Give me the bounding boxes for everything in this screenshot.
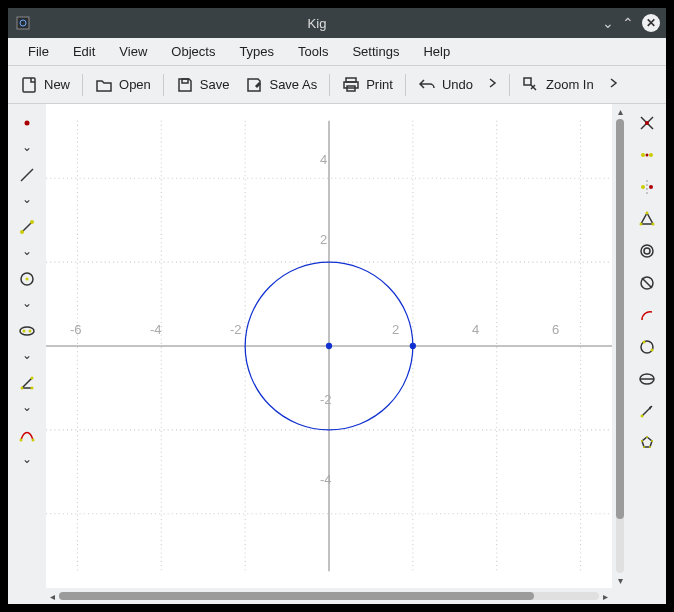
scroll-left-arrow[interactable]: ◂ [46, 591, 59, 602]
drawing-canvas[interactable]: -6 -4 -2 2 4 6 4 2 -2 -4 [46, 104, 612, 588]
tool-line-more[interactable]: ⌄ [22, 192, 32, 206]
canvas-svg [46, 104, 612, 588]
menu-objects[interactable]: Objects [161, 40, 225, 63]
print-button[interactable]: Print [334, 72, 401, 98]
tool-angle-more[interactable]: ⌄ [22, 400, 32, 414]
svg-point-21 [20, 439, 23, 442]
save-label: Save [200, 77, 230, 92]
canvas-area: -6 -4 -2 2 4 6 4 2 -2 -4 ▴ ▾ ◂ [46, 104, 628, 604]
titlebar[interactable]: Kig ⌄ ⌃ ✕ [8, 8, 666, 38]
svg-point-47 [641, 245, 653, 257]
svg-point-57 [641, 415, 644, 418]
close-button[interactable]: ✕ [642, 14, 660, 32]
center-point[interactable] [326, 343, 332, 349]
tool-midpoint[interactable] [632, 142, 662, 168]
svg-point-40 [646, 154, 649, 157]
tool-hcircle[interactable] [632, 366, 662, 392]
separator [163, 74, 164, 96]
svg-rect-7 [524, 78, 531, 85]
open-button[interactable]: Open [87, 72, 159, 98]
xtick-n6: -6 [70, 322, 82, 337]
tool-polygon[interactable] [632, 430, 662, 456]
new-button[interactable]: New [12, 72, 78, 98]
tool-bezier-more[interactable]: ⌄ [22, 452, 32, 466]
save-as-label: Save As [269, 77, 317, 92]
tool-intersect[interactable] [632, 110, 662, 136]
tool-segment[interactable] [12, 214, 42, 240]
menu-edit[interactable]: Edit [63, 40, 105, 63]
toolbar-more-1[interactable] [481, 73, 505, 96]
folder-open-icon [95, 76, 113, 94]
tool-vector[interactable] [632, 398, 662, 424]
undo-icon [418, 76, 436, 94]
minimize-button[interactable]: ⌄ [602, 15, 614, 31]
tool-segment-more[interactable]: ⌄ [22, 244, 32, 258]
svg-point-18 [21, 387, 24, 390]
vscroll-thumb[interactable] [616, 119, 624, 519]
tool-triangle[interactable] [632, 206, 662, 232]
svg-point-16 [23, 330, 26, 333]
save-icon [176, 76, 194, 94]
menu-settings[interactable]: Settings [342, 40, 409, 63]
tool-point[interactable] [12, 110, 42, 136]
svg-point-12 [30, 220, 34, 224]
svg-point-59 [651, 440, 653, 442]
tool-circle-points[interactable] [632, 334, 662, 360]
menu-file[interactable]: File [18, 40, 59, 63]
menu-help[interactable]: Help [413, 40, 460, 63]
zoom-in-label: Zoom In [546, 77, 594, 92]
tool-line[interactable] [12, 162, 42, 188]
tool-mirror-point[interactable] [632, 174, 662, 200]
left-toolbar: ⌄ ⌄ ⌄ ⌄ ⌄ ⌄ ⌄ [8, 104, 46, 604]
svg-rect-0 [17, 17, 29, 29]
hscroll-track[interactable] [59, 592, 599, 600]
tool-circle[interactable] [12, 266, 42, 292]
undo-button[interactable]: Undo [410, 72, 481, 98]
svg-point-44 [646, 212, 649, 215]
save-button[interactable]: Save [168, 72, 238, 98]
tool-arc[interactable] [632, 302, 662, 328]
main-toolbar: New Open Save Save As Print Undo [8, 66, 666, 104]
edge-point[interactable] [410, 343, 416, 349]
horizontal-scrollbar[interactable]: ◂ ▸ [46, 588, 628, 604]
chevron-right-icon [487, 77, 499, 89]
tool-angle[interactable] [12, 370, 42, 396]
tool-conic-more[interactable]: ⌄ [22, 348, 32, 362]
svg-point-15 [20, 327, 34, 335]
ytick-n2: -2 [320, 392, 332, 407]
xtick-p2: 2 [392, 322, 399, 337]
xtick-p4: 4 [472, 322, 479, 337]
menu-tools[interactable]: Tools [288, 40, 338, 63]
scroll-down-arrow[interactable]: ▾ [618, 573, 623, 588]
tool-conic[interactable] [12, 318, 42, 344]
vertical-scrollbar[interactable]: ▴ ▾ [612, 104, 628, 588]
open-label: Open [119, 77, 151, 92]
zoom-in-button[interactable]: Zoom In [514, 72, 602, 98]
svg-point-22 [32, 439, 35, 442]
tool-crossed-circle[interactable] [632, 270, 662, 296]
content-area: ⌄ ⌄ ⌄ ⌄ ⌄ ⌄ ⌄ [8, 104, 666, 604]
menu-types[interactable]: Types [229, 40, 284, 63]
svg-point-8 [25, 121, 30, 126]
hscroll-thumb[interactable] [59, 592, 534, 600]
chevron-right-icon [608, 77, 620, 89]
scroll-up-arrow[interactable]: ▴ [618, 104, 623, 119]
tool-target-circle[interactable] [632, 238, 662, 264]
vscroll-track[interactable] [616, 119, 624, 573]
svg-point-43 [649, 185, 653, 189]
separator [82, 74, 83, 96]
svg-line-9 [21, 169, 33, 181]
toolbar-overflow[interactable] [602, 73, 626, 96]
tool-point-more[interactable]: ⌄ [22, 140, 32, 154]
undo-label: Undo [442, 77, 473, 92]
xtick-n2: -2 [230, 322, 242, 337]
svg-point-39 [649, 153, 653, 157]
scroll-right-arrow[interactable]: ▸ [599, 591, 612, 602]
tool-bezier[interactable] [12, 422, 42, 448]
maximize-button[interactable]: ⌃ [622, 15, 634, 31]
print-icon [342, 76, 360, 94]
svg-line-10 [22, 222, 32, 232]
save-as-button[interactable]: Save As [237, 72, 325, 98]
menu-view[interactable]: View [109, 40, 157, 63]
tool-circle-more[interactable]: ⌄ [22, 296, 32, 310]
